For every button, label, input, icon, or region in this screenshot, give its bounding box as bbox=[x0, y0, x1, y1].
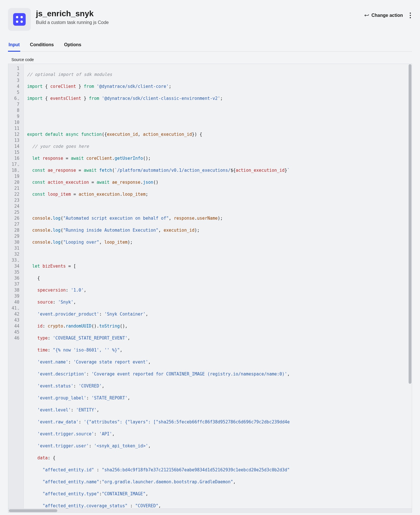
change-action-label: Change action bbox=[372, 13, 403, 18]
change-action-button[interactable]: Change action bbox=[364, 13, 403, 18]
app-icon bbox=[8, 8, 31, 31]
tab-input[interactable]: Input bbox=[8, 39, 20, 52]
swap-icon bbox=[364, 13, 369, 18]
tab-conditions[interactable]: Conditions bbox=[29, 39, 54, 52]
vertical-scrollbar[interactable] bbox=[409, 64, 411, 508]
more-menu-button[interactable] bbox=[409, 11, 412, 19]
tabs: Input Conditions Options bbox=[8, 39, 412, 52]
page-subtitle: Build a custom task running js Code bbox=[36, 20, 359, 25]
horizontal-scrollbar[interactable] bbox=[8, 509, 412, 513]
line-number-gutter: 1234567891011121314151617181920212223242… bbox=[8, 64, 24, 509]
page-title: js_enrich_snyk bbox=[36, 9, 359, 18]
source-code-label: Source code bbox=[8, 57, 412, 62]
tab-options[interactable]: Options bbox=[64, 39, 82, 52]
code-editor[interactable]: 1234567891011121314151617181920212223242… bbox=[8, 64, 412, 509]
header: js_enrich_snyk Build a custom task runni… bbox=[8, 8, 412, 31]
code-content[interactable]: // optional import of sdk modules import… bbox=[24, 64, 412, 509]
